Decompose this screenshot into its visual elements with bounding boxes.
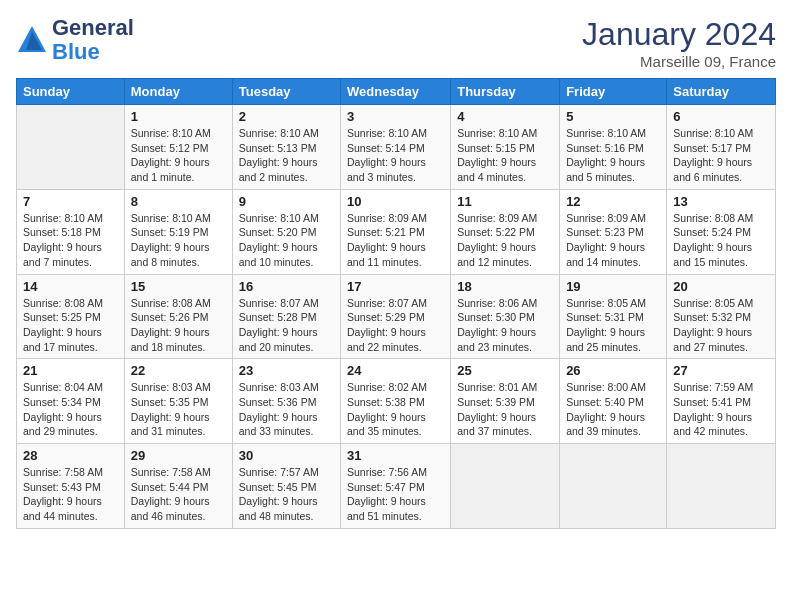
weekday-header-thursday: Thursday [451,79,560,105]
weekday-header-row: SundayMondayTuesdayWednesdayThursdayFrid… [17,79,776,105]
day-info: Sunrise: 8:01 AMSunset: 5:39 PMDaylight:… [457,380,553,439]
calendar-cell: 5Sunrise: 8:10 AMSunset: 5:16 PMDaylight… [560,105,667,190]
day-info: Sunrise: 8:10 AMSunset: 5:13 PMDaylight:… [239,126,334,185]
day-number: 5 [566,109,660,124]
calendar-cell [560,444,667,529]
day-info: Sunrise: 8:08 AMSunset: 5:26 PMDaylight:… [131,296,226,355]
day-info: Sunrise: 8:10 AMSunset: 5:16 PMDaylight:… [566,126,660,185]
calendar-week-1: 1Sunrise: 8:10 AMSunset: 5:12 PMDaylight… [17,105,776,190]
day-info: Sunrise: 8:10 AMSunset: 5:18 PMDaylight:… [23,211,118,270]
calendar-cell: 10Sunrise: 8:09 AMSunset: 5:21 PMDayligh… [341,189,451,274]
calendar-cell: 1Sunrise: 8:10 AMSunset: 5:12 PMDaylight… [124,105,232,190]
day-info: Sunrise: 8:09 AMSunset: 5:22 PMDaylight:… [457,211,553,270]
calendar-cell: 26Sunrise: 8:00 AMSunset: 5:40 PMDayligh… [560,359,667,444]
calendar-cell: 19Sunrise: 8:05 AMSunset: 5:31 PMDayligh… [560,274,667,359]
calendar-cell: 27Sunrise: 7:59 AMSunset: 5:41 PMDayligh… [667,359,776,444]
day-number: 16 [239,279,334,294]
day-number: 13 [673,194,769,209]
day-info: Sunrise: 8:10 AMSunset: 5:14 PMDaylight:… [347,126,444,185]
calendar-week-5: 28Sunrise: 7:58 AMSunset: 5:43 PMDayligh… [17,444,776,529]
day-number: 29 [131,448,226,463]
calendar-cell: 18Sunrise: 8:06 AMSunset: 5:30 PMDayligh… [451,274,560,359]
calendar-cell: 30Sunrise: 7:57 AMSunset: 5:45 PMDayligh… [232,444,340,529]
calendar-cell: 14Sunrise: 8:08 AMSunset: 5:25 PMDayligh… [17,274,125,359]
calendar-cell: 12Sunrise: 8:09 AMSunset: 5:23 PMDayligh… [560,189,667,274]
day-number: 22 [131,363,226,378]
calendar-cell: 16Sunrise: 8:07 AMSunset: 5:28 PMDayligh… [232,274,340,359]
day-number: 23 [239,363,334,378]
day-number: 26 [566,363,660,378]
calendar-title: January 2024 [582,16,776,53]
title-section: January 2024 Marseille 09, France [582,16,776,70]
calendar-cell: 21Sunrise: 8:04 AMSunset: 5:34 PMDayligh… [17,359,125,444]
day-info: Sunrise: 8:03 AMSunset: 5:35 PMDaylight:… [131,380,226,439]
day-info: Sunrise: 8:10 AMSunset: 5:12 PMDaylight:… [131,126,226,185]
calendar-cell: 13Sunrise: 8:08 AMSunset: 5:24 PMDayligh… [667,189,776,274]
day-info: Sunrise: 8:10 AMSunset: 5:19 PMDaylight:… [131,211,226,270]
day-info: Sunrise: 7:57 AMSunset: 5:45 PMDaylight:… [239,465,334,524]
weekday-header-saturday: Saturday [667,79,776,105]
weekday-header-sunday: Sunday [17,79,125,105]
day-number: 6 [673,109,769,124]
calendar-cell: 29Sunrise: 7:58 AMSunset: 5:44 PMDayligh… [124,444,232,529]
calendar-cell: 24Sunrise: 8:02 AMSunset: 5:38 PMDayligh… [341,359,451,444]
day-number: 9 [239,194,334,209]
calendar-table: SundayMondayTuesdayWednesdayThursdayFrid… [16,78,776,529]
day-number: 31 [347,448,444,463]
day-number: 25 [457,363,553,378]
weekday-header-friday: Friday [560,79,667,105]
day-number: 10 [347,194,444,209]
day-info: Sunrise: 8:09 AMSunset: 5:21 PMDaylight:… [347,211,444,270]
calendar-week-4: 21Sunrise: 8:04 AMSunset: 5:34 PMDayligh… [17,359,776,444]
day-number: 21 [23,363,118,378]
calendar-cell [667,444,776,529]
day-number: 7 [23,194,118,209]
day-info: Sunrise: 8:06 AMSunset: 5:30 PMDaylight:… [457,296,553,355]
day-info: Sunrise: 8:10 AMSunset: 5:15 PMDaylight:… [457,126,553,185]
calendar-cell: 17Sunrise: 8:07 AMSunset: 5:29 PMDayligh… [341,274,451,359]
page-header: General Blue January 2024 Marseille 09, … [16,16,776,70]
day-info: Sunrise: 7:58 AMSunset: 5:44 PMDaylight:… [131,465,226,524]
day-info: Sunrise: 8:00 AMSunset: 5:40 PMDaylight:… [566,380,660,439]
day-number: 1 [131,109,226,124]
day-number: 15 [131,279,226,294]
day-number: 28 [23,448,118,463]
calendar-cell: 15Sunrise: 8:08 AMSunset: 5:26 PMDayligh… [124,274,232,359]
day-number: 2 [239,109,334,124]
calendar-cell: 23Sunrise: 8:03 AMSunset: 5:36 PMDayligh… [232,359,340,444]
day-number: 19 [566,279,660,294]
calendar-week-2: 7Sunrise: 8:10 AMSunset: 5:18 PMDaylight… [17,189,776,274]
calendar-cell: 4Sunrise: 8:10 AMSunset: 5:15 PMDaylight… [451,105,560,190]
day-info: Sunrise: 8:10 AMSunset: 5:17 PMDaylight:… [673,126,769,185]
day-info: Sunrise: 7:58 AMSunset: 5:43 PMDaylight:… [23,465,118,524]
calendar-cell: 20Sunrise: 8:05 AMSunset: 5:32 PMDayligh… [667,274,776,359]
day-info: Sunrise: 8:08 AMSunset: 5:25 PMDaylight:… [23,296,118,355]
day-info: Sunrise: 8:05 AMSunset: 5:31 PMDaylight:… [566,296,660,355]
day-number: 4 [457,109,553,124]
day-info: Sunrise: 8:07 AMSunset: 5:28 PMDaylight:… [239,296,334,355]
calendar-cell: 28Sunrise: 7:58 AMSunset: 5:43 PMDayligh… [17,444,125,529]
day-number: 18 [457,279,553,294]
calendar-cell: 25Sunrise: 8:01 AMSunset: 5:39 PMDayligh… [451,359,560,444]
day-info: Sunrise: 8:04 AMSunset: 5:34 PMDaylight:… [23,380,118,439]
day-number: 11 [457,194,553,209]
calendar-cell: 7Sunrise: 8:10 AMSunset: 5:18 PMDaylight… [17,189,125,274]
weekday-header-monday: Monday [124,79,232,105]
calendar-cell: 2Sunrise: 8:10 AMSunset: 5:13 PMDaylight… [232,105,340,190]
day-number: 27 [673,363,769,378]
day-number: 8 [131,194,226,209]
day-number: 24 [347,363,444,378]
day-number: 20 [673,279,769,294]
day-info: Sunrise: 8:09 AMSunset: 5:23 PMDaylight:… [566,211,660,270]
day-info: Sunrise: 8:05 AMSunset: 5:32 PMDaylight:… [673,296,769,355]
calendar-cell: 3Sunrise: 8:10 AMSunset: 5:14 PMDaylight… [341,105,451,190]
day-number: 14 [23,279,118,294]
calendar-cell [451,444,560,529]
logo-general: General [52,15,134,40]
calendar-cell [17,105,125,190]
calendar-cell: 31Sunrise: 7:56 AMSunset: 5:47 PMDayligh… [341,444,451,529]
day-info: Sunrise: 7:56 AMSunset: 5:47 PMDaylight:… [347,465,444,524]
day-number: 30 [239,448,334,463]
day-info: Sunrise: 8:08 AMSunset: 5:24 PMDaylight:… [673,211,769,270]
day-info: Sunrise: 7:59 AMSunset: 5:41 PMDaylight:… [673,380,769,439]
